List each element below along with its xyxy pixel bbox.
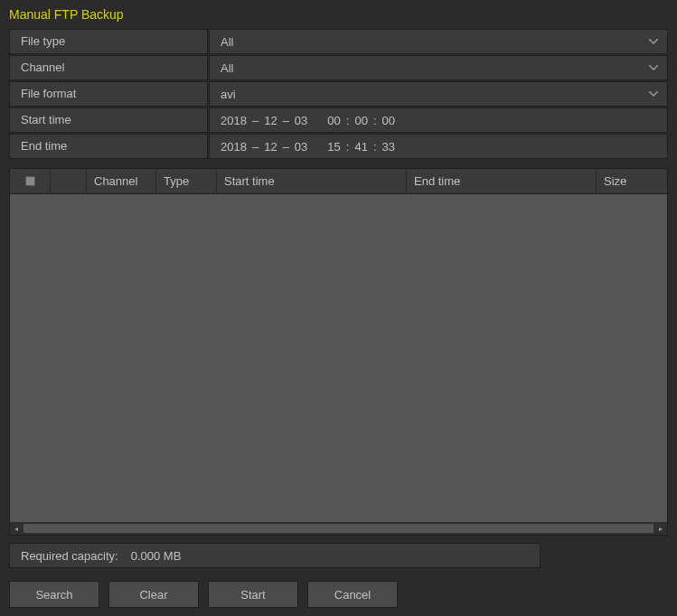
file-format-select[interactable]: avi (209, 81, 668, 107)
channel-value: All (221, 61, 233, 75)
col-channel: Channel (87, 169, 156, 193)
start-day: 03 (295, 114, 307, 127)
end-hour: 15 (327, 140, 340, 154)
channel-select[interactable]: All (209, 55, 668, 80)
col-type: Type (156, 169, 217, 193)
file-format-label: File format (9, 81, 208, 107)
search-button[interactable]: Search (9, 581, 99, 608)
file-type-value: All (221, 35, 233, 49)
cancel-button[interactable]: Cancel (307, 581, 398, 608)
end-sec: 33 (382, 140, 395, 154)
file-type-select[interactable]: All (209, 29, 668, 54)
filter-form: File type All Channel All File format av… (0, 29, 677, 159)
chevron-down-icon (649, 65, 658, 70)
clear-button[interactable]: Clear (108, 581, 199, 608)
required-capacity-row: Required capacity: 0.000 MB (9, 543, 541, 568)
chevron-down-icon (649, 91, 658, 97)
select-all-checkbox[interactable] (25, 176, 35, 186)
results-table: Channel Type Start time End time Size ◂ … (9, 168, 668, 536)
capacity-value: 0.000 MB (131, 549, 182, 563)
start-button[interactable]: Start (208, 581, 298, 608)
start-time-label: Start time (9, 107, 208, 133)
scroll-right-icon[interactable]: ▸ (654, 522, 667, 535)
capacity-label: Required capacity: (21, 549, 118, 563)
button-bar: Search Clear Start Cancel (0, 568, 677, 608)
start-year: 2018 (221, 114, 247, 127)
start-hour: 00 (327, 114, 340, 127)
start-min: 00 (354, 114, 367, 127)
chevron-down-icon (649, 39, 658, 44)
col-start-time: Start time (217, 169, 407, 193)
table-header: Channel Type Start time End time Size (10, 169, 667, 194)
start-month: 12 (264, 114, 277, 127)
file-format-value: avi (221, 88, 236, 101)
end-month: 12 (264, 140, 277, 154)
col-size: Size (597, 169, 667, 193)
scroll-track[interactable] (24, 524, 653, 533)
file-type-label: File type (9, 29, 208, 54)
start-sec: 00 (382, 114, 395, 127)
select-all-cell[interactable] (10, 169, 51, 193)
col-index (51, 169, 87, 193)
scroll-left-icon[interactable]: ◂ (10, 522, 23, 535)
channel-label: Channel (9, 55, 208, 80)
end-year: 2018 (221, 140, 247, 154)
table-body (10, 194, 667, 522)
start-time-input[interactable]: 2018 – 12 – 03 00 : 00 : 00 (209, 107, 668, 133)
end-time-input[interactable]: 2018 – 12 – 03 15 : 41 : 33 (209, 134, 668, 159)
end-min: 41 (354, 140, 367, 154)
page-title: Manual FTP Backup (0, 4, 677, 29)
end-day: 03 (295, 140, 307, 154)
horizontal-scrollbar[interactable]: ◂ ▸ (10, 522, 667, 535)
col-end-time: End time (407, 169, 597, 193)
end-time-label: End time (9, 134, 208, 159)
